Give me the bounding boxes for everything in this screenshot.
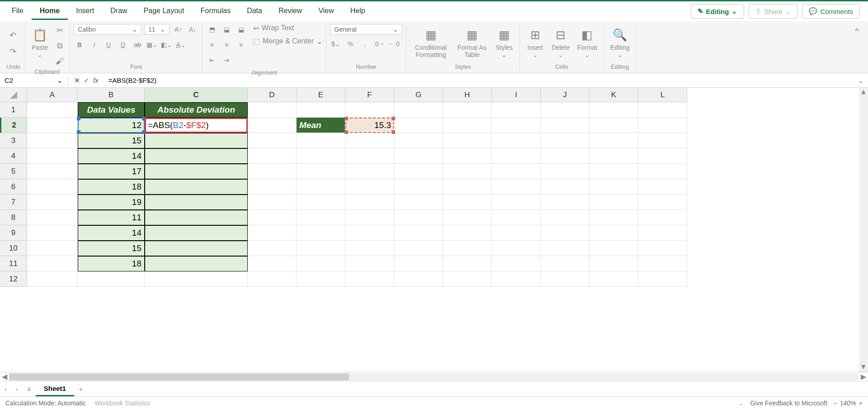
active-cell-editor[interactable]: =ABS(B2-$F$2) [145,118,248,133]
collapse-ribbon-icon[interactable]: ⌃ [849,24,865,40]
cell-E9[interactable] [297,225,345,241]
zoom-out-icon[interactable]: − [834,399,837,407]
cell-A2[interactable] [27,118,78,133]
cell-B3[interactable]: 15 [78,133,145,148]
cell-C5[interactable] [145,164,248,179]
cell-I9[interactable] [492,225,541,241]
tab-help[interactable]: Help [342,3,373,20]
cell-L12[interactable] [638,271,687,287]
borders-button[interactable]: ▦⌄ [146,39,158,50]
cell-C12[interactable] [145,271,248,287]
cell-F8[interactable] [345,210,394,225]
cell-H3[interactable] [443,133,492,148]
align-bottom-icon[interactable]: ⬓ [235,24,247,35]
cell-E8[interactable] [297,210,345,225]
column-header-J[interactable]: J [541,88,590,102]
cell-A12[interactable] [27,271,78,287]
row-header-11[interactable]: 11 [0,256,27,271]
tab-data[interactable]: Data [239,3,270,20]
cell-C6[interactable] [145,179,248,195]
cell-D6[interactable] [248,179,297,195]
cell-H6[interactable] [443,179,492,195]
workbook-statistics[interactable]: Workbook Statistics [94,399,150,407]
cell-J4[interactable] [541,148,590,164]
cell-A11[interactable] [27,256,78,271]
cell-H5[interactable] [443,164,492,179]
cell-E5[interactable] [297,164,345,179]
scroll-right-icon[interactable]: ▶ [859,372,868,381]
align-left-icon[interactable]: ≡ [206,39,218,50]
cell-B6[interactable]: 18 [78,179,145,195]
redo-icon[interactable]: ↷ [6,45,19,58]
cell-I1[interactable] [492,102,541,118]
scroll-thumb[interactable] [9,373,349,380]
column-header-D[interactable]: D [248,88,297,102]
cell-H4[interactable] [443,148,492,164]
cell-B1[interactable]: Data Values [78,102,145,118]
double-underline-button[interactable]: D [117,39,129,50]
italic-button[interactable]: I [88,39,100,50]
row-header-6[interactable]: 6 [0,179,27,195]
column-header-C[interactable]: C [145,88,248,102]
cell-J8[interactable] [541,210,590,225]
currency-button[interactable]: $⌄ [330,38,342,49]
cell-L1[interactable] [638,102,687,118]
sheet-nav-next[interactable]: › [11,385,23,393]
cell-J6[interactable] [541,179,590,195]
number-format-select[interactable]: General⌄ [330,24,402,35]
editing-mode-button[interactable]: ✎ Editing ⌄ [691,4,745,19]
cell-L5[interactable] [638,164,687,179]
column-header-I[interactable]: I [492,88,541,102]
cell-A5[interactable] [27,164,78,179]
editing-group-button[interactable]: 🔍Editing⌄ [608,24,632,60]
cell-I11[interactable] [492,256,541,271]
row-header-4[interactable]: 4 [0,148,27,164]
share-button[interactable]: ⇪ Share ⌄ [749,4,797,19]
undo-icon[interactable]: ↶ [6,29,19,42]
cell-F5[interactable] [345,164,394,179]
vertical-scrollbar[interactable]: ▲ ▼ [859,88,868,372]
cell-D1[interactable] [248,102,297,118]
enter-formula-icon[interactable]: ✓ [84,76,90,85]
cell-J5[interactable] [541,164,590,179]
cell-D4[interactable] [248,148,297,164]
cell-G1[interactable] [394,102,443,118]
row-header-2[interactable]: 2 [0,118,27,133]
cell-E12[interactable] [297,271,345,287]
cell-J12[interactable] [541,271,590,287]
cell-F10[interactable] [345,241,394,256]
cell-L9[interactable] [638,225,687,241]
cell-I4[interactable] [492,148,541,164]
horizontal-scrollbar[interactable]: ◀ ▶ [0,372,868,381]
tab-view[interactable]: View [310,3,342,20]
cell-J7[interactable] [541,195,590,210]
cell-C10[interactable] [145,241,248,256]
column-header-K[interactable]: K [590,88,638,102]
feedback-link[interactable]: Give Feedback to Microsoft [750,399,827,407]
cell-C3[interactable] [145,133,248,148]
align-right-icon[interactable]: ≡ [235,39,247,50]
cell-F9[interactable] [345,225,394,241]
format-as-table-button[interactable]: ▦Format As Table [453,24,491,60]
cell-K2[interactable] [590,118,638,133]
cell-A1[interactable] [27,102,78,118]
cell-H12[interactable] [443,271,492,287]
customize-status-icon[interactable]: ⌄ [738,399,744,407]
cell-D5[interactable] [248,164,297,179]
cell-F11[interactable] [345,256,394,271]
column-header-E[interactable]: E [297,88,345,102]
cell-B2[interactable]: 12 [78,118,145,133]
cell-E1[interactable] [297,102,345,118]
formula-input[interactable] [105,75,854,86]
cell-G5[interactable] [394,164,443,179]
tab-page-layout[interactable]: Page Layout [136,3,193,20]
cell-styles-button[interactable]: ▦Styles⌄ [492,24,516,60]
cell-C11[interactable] [145,256,248,271]
cell-D8[interactable] [248,210,297,225]
select-all-corner[interactable] [0,88,27,102]
cell-E6[interactable] [297,179,345,195]
format-painter-icon[interactable]: 🖌 [53,55,66,67]
cell-C7[interactable] [145,195,248,210]
conditional-formatting-button[interactable]: ▦Conditional Formatting [410,24,452,60]
cell-J1[interactable] [541,102,590,118]
